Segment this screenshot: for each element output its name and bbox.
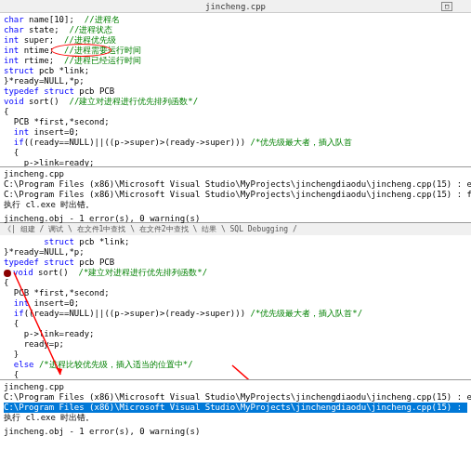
- keyword: int: [4, 35, 19, 45]
- title-text: jincheng.cpp: [205, 2, 266, 11]
- tab-bar[interactable]: 《| 组建 / 调试 \ 在文件1中查找 \ 在文件2中查找 \ 结果 \ SQ…: [0, 222, 471, 235]
- keyword: char: [4, 25, 24, 34]
- output-pane-bottom[interactable]: jincheng.cpp C:\Program Files (x86)\Micr…: [0, 379, 471, 468]
- code: super;: [19, 35, 64, 45]
- keyword: typedef struct: [4, 86, 74, 96]
- output-file: jincheng.cpp: [4, 169, 467, 179]
- code: pcb PCB: [74, 86, 114, 96]
- keyword: int: [4, 46, 19, 55]
- code: insert=0;: [29, 127, 79, 137]
- comment: //建立对进程进行优先排列函数*/: [69, 97, 198, 106]
- keyword: typedef struct: [4, 258, 74, 267]
- code-line: }: [4, 350, 467, 360]
- tab-labels[interactable]: 《| 组建 / 调试 \ 在文件1中查找 \ 在文件2中查找 \ 结果 \ SQ…: [4, 225, 297, 233]
- code-line: PCB *first,*second;: [4, 117, 467, 127]
- code: pcb PCB: [74, 258, 114, 267]
- keyword: int: [4, 127, 29, 137]
- code-line: }*ready=NULL,*p;: [4, 76, 467, 86]
- comment: /*建立对进程进行优先排列函数*/: [78, 268, 207, 277]
- code-line: }*ready=NULL,*p;: [4, 247, 467, 258]
- keyword: int: [4, 298, 29, 308]
- comment: //进程状态: [69, 25, 112, 34]
- comment: /*优先级最大者，插入队首*/: [251, 309, 363, 318]
- output-error-highlighted[interactable]: C:\Program Files (x86)\Microsoft Visual …: [4, 403, 467, 413]
- comment: //进程需要运行时间: [64, 46, 141, 55]
- output-error: 执行 cl.exe 时出错。: [4, 200, 467, 210]
- keyword: void: [4, 97, 24, 106]
- breakpoint-icon[interactable]: [4, 270, 11, 277]
- keyword: struct: [4, 237, 74, 246]
- keyword: char: [4, 15, 24, 24]
- output-error: 执行 cl.exe 时出错。: [4, 413, 467, 423]
- maximize-icon[interactable]: □: [441, 2, 452, 11]
- keyword: if: [4, 309, 24, 318]
- code-line: p->link=ready;: [4, 329, 467, 339]
- code: sort(): [33, 268, 79, 277]
- code: name[10];: [24, 15, 85, 24]
- code-line: ready=p;: [4, 339, 467, 350]
- output-error: C:\Program Files (x86)\Microsoft Visual …: [4, 392, 467, 403]
- code: ((ready==NULL)||((p->super)>(ready->supe…: [24, 309, 251, 318]
- code: ntime;: [19, 46, 64, 55]
- comment: /*优先级最大者，插入队首: [251, 138, 353, 147]
- code-line: PCB *first,*second;: [4, 288, 467, 298]
- output-error: C:\Program Files (x86)\Microsoft Visual …: [4, 190, 467, 200]
- code-line: {: [4, 319, 467, 329]
- output-summary: jincheng.obj - 1 error(s), 0 warning(s): [4, 427, 467, 437]
- code-line: {: [4, 370, 467, 379]
- code: pcb *link;: [34, 66, 90, 75]
- code: ((ready==NULL)||((p->super)>(ready->supe…: [24, 138, 251, 147]
- code-editor-bottom[interactable]: struct pcb *link; }*ready=NULL,*p; typed…: [0, 235, 471, 379]
- code-line: {: [4, 107, 467, 117]
- code: sort(): [24, 97, 70, 106]
- code: pcb *link;: [74, 237, 130, 246]
- code-line: p->link=ready;: [4, 158, 467, 166]
- keyword: else: [4, 360, 34, 369]
- keyword: if: [4, 138, 24, 147]
- output-file: jincheng.cpp: [4, 382, 467, 392]
- code: rtime;: [19, 56, 64, 65]
- code-line: {: [4, 278, 467, 288]
- output-error: C:\Program Files (x86)\Microsoft Visual …: [4, 179, 467, 190]
- keyword: struct: [4, 66, 34, 75]
- comment: //进程优先级: [64, 35, 116, 45]
- code: insert=0;: [29, 298, 79, 308]
- code-line: {: [4, 148, 467, 158]
- comment: //进程已经运行时间: [64, 56, 141, 65]
- comment: /*进程比较优先级，插入适当的位置中*/: [34, 360, 193, 369]
- keyword: void: [13, 268, 33, 277]
- code: state;: [24, 25, 70, 34]
- title-bar: jincheng.cpp □: [0, 0, 471, 13]
- code-editor-top[interactable]: char name[10]; //进程名 char state; //进程状态 …: [0, 13, 471, 166]
- output-pane-top[interactable]: jincheng.cpp C:\Program Files (x86)\Micr…: [0, 166, 471, 222]
- keyword: int: [4, 56, 19, 65]
- comment: //进程名: [85, 15, 120, 24]
